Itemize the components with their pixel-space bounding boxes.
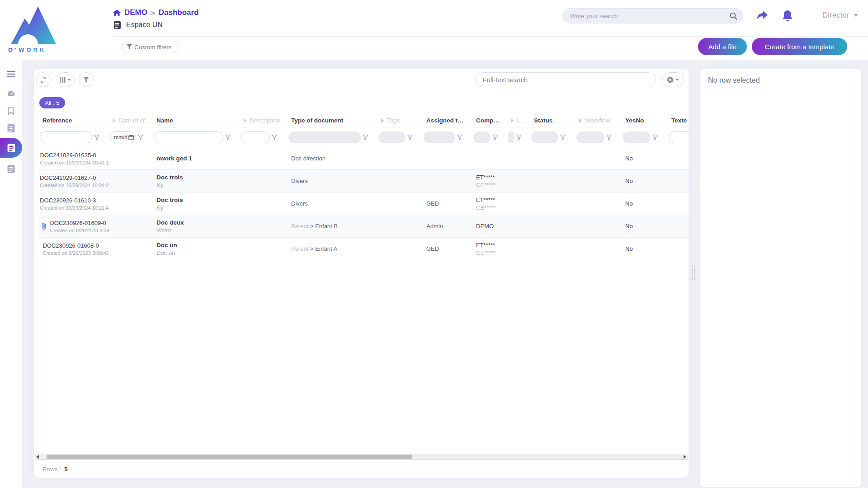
filter-disabled-company	[473, 131, 491, 143]
expand-column-icon[interactable]	[244, 118, 247, 123]
sidebar-item-dashboard[interactable]	[0, 85, 22, 103]
table-row[interactable]: DOC241029-01635-0Created on 10/29/2024 1…	[39, 147, 689, 170]
cell-assigned: GED	[423, 192, 472, 215]
column-header-texte[interactable]: Texte	[668, 117, 689, 124]
breadcrumb-page[interactable]: Dashboard	[159, 8, 199, 17]
sidebar-item-bookmarks[interactable]	[0, 103, 22, 120]
cell-company: ET*****CE*****	[472, 192, 507, 215]
filter-input-reference[interactable]	[40, 131, 92, 143]
document-table-card: All : 5 ReferenceDate of cr…NameDescript…	[34, 69, 689, 478]
user-menu[interactable]: Director	[822, 10, 858, 21]
filter-funnel-icon[interactable]	[560, 135, 566, 140]
column-header-status[interactable]: Status	[530, 117, 576, 124]
home-icon[interactable]	[113, 9, 121, 16]
column-header-company[interactable]: Comp…	[472, 117, 507, 124]
column-label: Tags	[387, 117, 400, 124]
cell-yesno: No	[622, 170, 668, 192]
expand-column-icon[interactable]	[381, 118, 384, 123]
all-count-badge[interactable]: All : 5	[39, 97, 65, 108]
global-search[interactable]	[562, 8, 743, 23]
doc-type: Divers	[291, 200, 308, 207]
filter-cell-yesno	[622, 131, 668, 143]
cell-yesno: No	[622, 238, 668, 260]
filter-input-texte[interactable]	[669, 131, 689, 143]
column-header-tags[interactable]: Tags	[377, 117, 423, 124]
filter-input-name[interactable]	[154, 131, 223, 143]
cell-assigned: GED	[423, 238, 472, 260]
filter-funnel-icon[interactable]	[225, 135, 231, 140]
filter-funnel-icon[interactable]	[457, 135, 462, 140]
filter-funnel-icon[interactable]	[272, 135, 277, 140]
table-row[interactable]: DOC230926-01608-0Created on 9/26/2023 3:…	[39, 238, 689, 260]
sidebar-menu-toggle[interactable]	[0, 66, 22, 83]
column-header-yesno[interactable]: YesNo	[622, 117, 668, 124]
table-row[interactable]: DOC241029-01627-0Created on 10/29/2024 1…	[39, 170, 689, 192]
column-header-workflow[interactable]: Workflow	[576, 117, 622, 124]
sidebar-item-documents[interactable]	[0, 120, 22, 137]
column-header-date-created[interactable]: Date of cr…	[109, 117, 153, 124]
add-a-file-button[interactable]: Add a file	[698, 38, 747, 55]
table-settings-button[interactable]	[662, 72, 684, 87]
doc-reference: DOC241029-01627-0	[40, 174, 109, 181]
doc-name: Doc trois	[156, 174, 240, 181]
grid-filter-row: mm/d	[39, 127, 689, 147]
chevron-down-icon	[68, 79, 71, 80]
doc-created-date: Created on 9/26/2023 3:08:43 AM	[42, 250, 109, 256]
fulltext-search[interactable]	[475, 72, 656, 87]
horizontal-scrollbar[interactable]	[35, 454, 688, 460]
calendar-icon[interactable]	[128, 135, 134, 140]
doc-subtitle: Doc un	[156, 249, 240, 256]
share-icon[interactable]	[756, 10, 769, 22]
column-header-name[interactable]: Name	[153, 117, 240, 124]
chevron-down-icon	[854, 14, 858, 17]
columns-visibility-button[interactable]	[57, 72, 75, 87]
cell-reference: DOC230926-01608-0Created on 9/26/2023 3:…	[39, 238, 109, 260]
column-header-assigned[interactable]: Assigned t…	[423, 117, 472, 124]
scrollbar-thumb[interactable]	[47, 455, 412, 459]
expand-column-icon[interactable]	[579, 118, 582, 123]
expand-column-icon[interactable]	[113, 118, 116, 123]
filter-funnel-icon[interactable]	[94, 135, 99, 140]
scroll-left-arrow[interactable]	[36, 455, 39, 459]
refresh-button[interactable]	[36, 72, 51, 87]
cell-company: ET*****CE*****	[472, 238, 507, 260]
book-icon	[7, 124, 15, 132]
scroll-right-arrow[interactable]	[684, 455, 686, 459]
filter-funnel-icon[interactable]	[407, 135, 413, 140]
table-filter-button[interactable]	[79, 72, 94, 87]
expand-column-icon[interactable]	[511, 118, 514, 123]
notifications-bell-icon[interactable]	[781, 9, 794, 23]
sidebar-divider	[0, 83, 22, 83]
column-header-description[interactable]: Description	[240, 117, 288, 124]
filter-funnel-icon[interactable]	[138, 135, 143, 140]
column-header-type[interactable]: Type of document	[288, 117, 377, 124]
filter-funnel-icon[interactable]	[492, 135, 498, 140]
create-from-template-button[interactable]: Create from a template	[752, 38, 847, 55]
rows-label: Rows :	[42, 466, 61, 473]
fulltext-search-input[interactable]	[483, 76, 648, 84]
cell-type: Divers	[288, 170, 377, 192]
doc-created-date: Created on 10/29/2024 10:24:21 PM	[40, 183, 109, 188]
column-header-i[interactable]: I…	[507, 117, 530, 124]
panel-resize-handle[interactable]	[692, 265, 698, 282]
breadcrumb-section[interactable]: DEMO	[124, 8, 147, 17]
filter-date-date-created[interactable]: mm/d	[110, 131, 136, 143]
company-code: DEMO	[476, 223, 507, 230]
global-search-input[interactable]	[570, 13, 730, 19]
filter-cell-tags	[377, 131, 423, 143]
filter-funnel-icon[interactable]	[652, 135, 658, 140]
filter-funnel-icon[interactable]	[516, 135, 522, 140]
column-label: Comp…	[476, 117, 500, 124]
custom-filters-label: Custom filters	[134, 44, 172, 51]
table-row[interactable]: DOC230926-01610-3Created on 10/29/2024 1…	[39, 192, 689, 215]
filter-funnel-icon[interactable]	[363, 135, 368, 140]
sidebar-item-archive[interactable]	[0, 160, 22, 178]
filter-funnel-icon[interactable]	[606, 135, 612, 140]
custom-filters-button[interactable]: Custom filters	[122, 41, 179, 53]
search-icon[interactable]	[730, 12, 737, 20]
filter-input-description[interactable]	[241, 131, 270, 143]
filter-disabled-tags	[378, 131, 406, 143]
sidebar-item-ged-active[interactable]	[0, 138, 22, 158]
column-header-reference[interactable]: Reference	[39, 117, 109, 124]
table-row[interactable]: EWDOC230926-01609-0Created on 9/26/2023 …	[39, 215, 689, 238]
